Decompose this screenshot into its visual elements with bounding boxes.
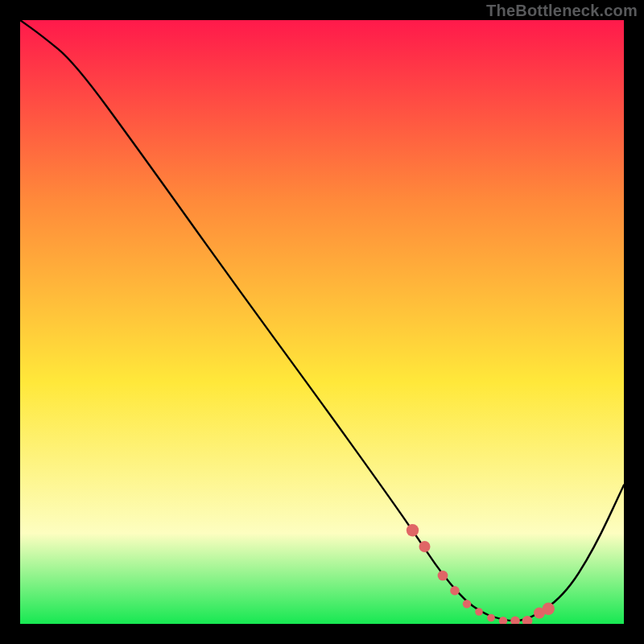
highlight-dot bbox=[463, 600, 472, 609]
highlight-dot bbox=[475, 608, 483, 616]
watermark-text: TheBottleneck.com bbox=[486, 2, 638, 20]
highlight-dot bbox=[407, 524, 419, 536]
highlight-dot bbox=[450, 586, 460, 596]
chart-frame: TheBottleneck.com bbox=[0, 0, 644, 644]
highlight-dot bbox=[419, 541, 430, 552]
highlight-dot bbox=[487, 614, 495, 622]
highlight-dot bbox=[543, 603, 555, 615]
chart-plot bbox=[20, 20, 624, 624]
highlight-dot bbox=[438, 571, 448, 581]
